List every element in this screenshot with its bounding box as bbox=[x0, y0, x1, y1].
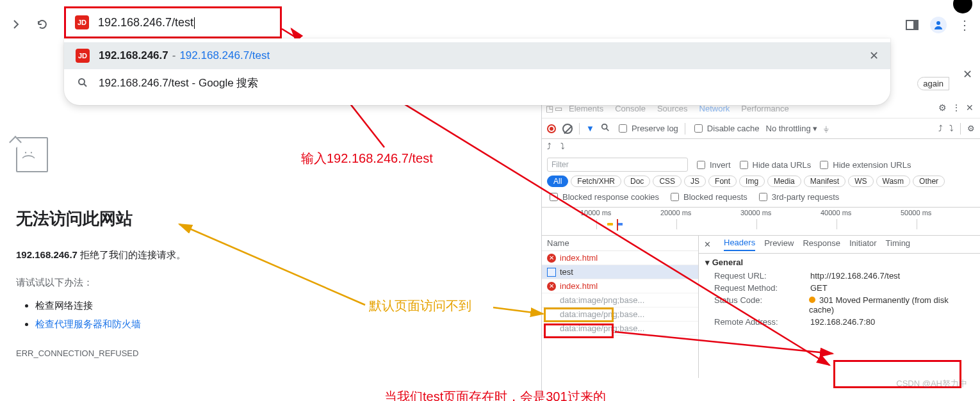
error-try-label: 请试试以下办法： bbox=[16, 277, 186, 289]
upload-icon[interactable]: ⤴ bbox=[547, 142, 551, 151]
tab-elements[interactable]: Elements bbox=[564, 104, 608, 113]
devtools-window-controls: ⚙ ⋮ ✕ bbox=[932, 100, 980, 115]
section-header[interactable]: ▾ General bbox=[705, 258, 974, 267]
filter-chip[interactable]: All bbox=[547, 176, 568, 187]
throttling-select[interactable]: No throttling ▾ bbox=[766, 124, 818, 133]
request-name: data:image/png;base... bbox=[560, 309, 644, 319]
suggestion-text: 192.168.246.7/test - Google 搜索 bbox=[99, 76, 259, 90]
svg-point-1 bbox=[79, 79, 85, 85]
annotation-default-fail: 默认页面访问不到 bbox=[369, 297, 471, 315]
record-button[interactable] bbox=[547, 124, 556, 133]
upload-icon[interactable]: ⤴ bbox=[938, 124, 943, 133]
tab-network[interactable]: Network bbox=[694, 104, 735, 113]
tab-console[interactable]: Console bbox=[610, 104, 651, 113]
svg-line-4 bbox=[179, 224, 365, 305]
forward-button[interactable] bbox=[10, 17, 24, 31]
divider bbox=[685, 123, 685, 135]
network-toolbar-2: ⤴ ⤵ bbox=[542, 139, 980, 154]
preserve-log-checkbox[interactable]: Preserve log bbox=[616, 122, 678, 135]
hide-ext-urls-checkbox[interactable]: Hide extension URLs bbox=[817, 159, 911, 171]
download-icon[interactable]: ⤵ bbox=[949, 124, 954, 133]
blocked-cookies-checkbox[interactable]: Blocked response cookies bbox=[547, 191, 659, 203]
site-favicon: JD bbox=[75, 15, 89, 29]
error-message: 192.168.246.7 拒绝了我们的连接请求。 bbox=[16, 249, 186, 261]
filter-chip[interactable]: Media bbox=[767, 176, 801, 187]
tab-timing[interactable]: Timing bbox=[886, 238, 911, 250]
name-column-header[interactable]: Name bbox=[542, 236, 698, 251]
filter-chip[interactable]: Manifest bbox=[804, 176, 845, 187]
again-chip[interactable]: again bbox=[917, 77, 949, 90]
timeline-marker bbox=[607, 223, 613, 225]
watermark: CSDN @AH努力中 bbox=[896, 378, 967, 389]
request-name: test bbox=[560, 267, 573, 277]
window-close-partial bbox=[953, 0, 972, 13]
doc-icon bbox=[547, 268, 556, 277]
request-row[interactable]: data:image/png;base... bbox=[542, 307, 698, 322]
blocked-requests-checkbox[interactable]: Blocked requests bbox=[668, 191, 747, 203]
close-icon[interactable]: ✕ bbox=[966, 102, 974, 113]
wifi-icon[interactable]: ⏚ bbox=[824, 124, 829, 133]
filter-chip[interactable]: Fetch/XHR bbox=[571, 176, 621, 187]
device-icon[interactable]: ▭ bbox=[555, 104, 562, 113]
divider bbox=[579, 123, 580, 135]
general-section: ▾ General Request URL:http://192.168.246… bbox=[699, 254, 980, 332]
annotation-301: 当我们test页面存在时，会是301过来的 bbox=[384, 388, 606, 401]
request-row[interactable]: ✕index.html bbox=[542, 251, 698, 265]
proxy-firewall-link[interactable]: 检查代理服务器和防火墙 bbox=[35, 318, 141, 329]
invert-checkbox[interactable]: Invert bbox=[694, 159, 731, 171]
request-row[interactable]: data:image/png;base... bbox=[542, 293, 698, 307]
request-name: data:image/png;base... bbox=[560, 295, 644, 305]
filter-chip[interactable]: CSS bbox=[653, 176, 682, 187]
filter-chip[interactable]: Doc bbox=[624, 176, 650, 187]
tab-headers[interactable]: Headers bbox=[724, 238, 755, 251]
close-icon[interactable]: ✕ bbox=[704, 240, 711, 249]
tab-sources[interactable]: Sources bbox=[652, 104, 693, 113]
error-icon: ✕ bbox=[547, 254, 556, 263]
address-bar[interactable]: JD 192.168.246.7/test bbox=[64, 6, 282, 38]
suggestion-item[interactable]: JD 192.168.246.7 - 192.168.246.7/test ✕ bbox=[64, 42, 890, 69]
tab-initiator[interactable]: Initiator bbox=[849, 238, 877, 250]
timeline-label: 30000 ms bbox=[740, 209, 771, 217]
tab-performance[interactable]: Performance bbox=[736, 104, 794, 113]
side-panel-icon[interactable] bbox=[906, 20, 919, 30]
suggestion-item[interactable]: 192.168.246.7/test - Google 搜索 bbox=[64, 69, 890, 96]
gear-icon[interactable]: ⚙ bbox=[938, 102, 947, 113]
filter-icon[interactable]: ▼ bbox=[586, 124, 594, 133]
error-suggestions: 检查网络连接 检查代理服务器和防火墙 bbox=[35, 297, 186, 333]
filter-chip[interactable]: Wasm bbox=[876, 176, 911, 187]
gear-icon[interactable]: ⚙ bbox=[967, 124, 975, 133]
reload-button[interactable] bbox=[35, 17, 49, 31]
devtools-panel: ◳ ▭ Elements Console Sources Network Per… bbox=[541, 99, 980, 401]
request-row[interactable]: data:image/png;base... bbox=[542, 322, 698, 336]
tab-preview[interactable]: Preview bbox=[764, 238, 794, 250]
kebab-menu-icon[interactable]: ⋮ bbox=[958, 17, 971, 33]
profile-button[interactable] bbox=[930, 17, 947, 33]
filter-chip[interactable]: WS bbox=[848, 176, 873, 187]
header-row: Request URL:http://192.168.246.7/test bbox=[705, 270, 974, 282]
filter-chip[interactable]: Font bbox=[708, 176, 737, 187]
third-party-checkbox[interactable]: 3rd-party requests bbox=[756, 191, 840, 203]
header-value: 301 Moved Permanently (from disk cache) bbox=[809, 295, 974, 315]
disable-cache-checkbox[interactable]: Disable cache bbox=[692, 122, 760, 135]
waterfall-timeline[interactable]: 10000 ms20000 ms30000 ms40000 ms50000 ms bbox=[542, 208, 980, 236]
filter-input[interactable]: Filter bbox=[547, 158, 688, 172]
kebab-menu-icon[interactable]: ⋮ bbox=[952, 102, 961, 113]
filter-chip[interactable]: Other bbox=[913, 176, 945, 187]
request-row[interactable]: test bbox=[542, 265, 698, 279]
filter-chip[interactable]: Img bbox=[739, 176, 765, 187]
tab-response[interactable]: Response bbox=[803, 238, 840, 250]
download-icon[interactable]: ⤵ bbox=[560, 142, 565, 151]
header-key: Request Method: bbox=[714, 283, 810, 293]
remove-suggestion-icon[interactable]: ✕ bbox=[869, 49, 879, 63]
request-row[interactable]: ✕index.html bbox=[542, 279, 698, 293]
hide-data-urls-checkbox[interactable]: Hide data URLs bbox=[737, 159, 812, 171]
clear-button[interactable] bbox=[562, 124, 573, 134]
inspect-icon[interactable]: ◳ bbox=[546, 104, 553, 113]
filter-chip[interactable]: JS bbox=[684, 176, 706, 187]
request-split: Name ✕index.htmltest✕index.htmldata:imag… bbox=[542, 236, 980, 378]
suggestion-url: 192.168.246.7/test bbox=[179, 49, 270, 62]
search-icon bbox=[76, 78, 90, 88]
close-icon[interactable]: ✕ bbox=[963, 67, 972, 81]
search-icon[interactable] bbox=[601, 123, 610, 134]
suggestion-sep: - bbox=[172, 49, 176, 62]
